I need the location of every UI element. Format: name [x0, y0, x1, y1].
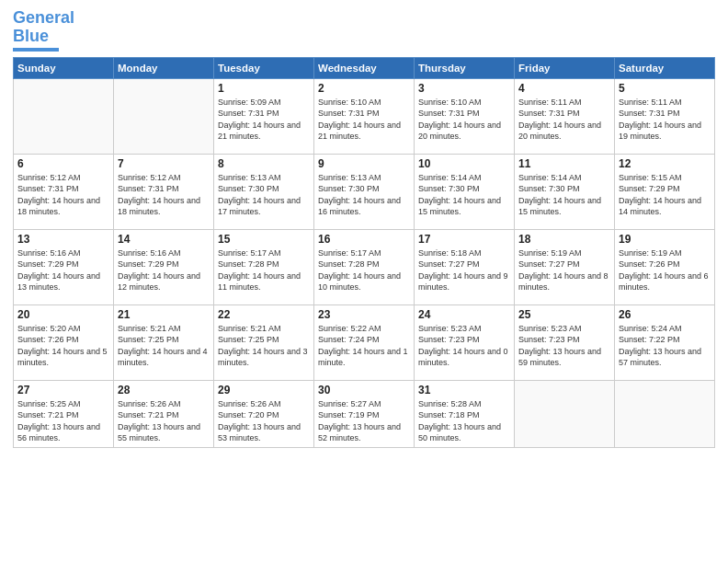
day-number: 2 [318, 82, 410, 95]
calendar-cell: 27Sunrise: 5:25 AM Sunset: 7:21 PM Dayli… [14, 380, 114, 447]
calendar-cell: 11Sunrise: 5:14 AM Sunset: 7:30 PM Dayli… [515, 154, 615, 229]
calendar-week-2: 6Sunrise: 5:12 AM Sunset: 7:31 PM Daylig… [14, 154, 715, 229]
day-number: 22 [218, 308, 310, 321]
day-number: 7 [118, 157, 210, 170]
cell-info: Sunrise: 5:10 AM Sunset: 7:31 PM Dayligh… [418, 97, 510, 143]
day-header-tuesday: Tuesday [214, 57, 314, 78]
cell-info: Sunrise: 5:11 AM Sunset: 7:31 PM Dayligh… [619, 97, 711, 143]
day-number: 31 [418, 384, 510, 396]
cell-info: Sunrise: 5:17 AM Sunset: 7:28 PM Dayligh… [318, 247, 410, 293]
day-number: 28 [118, 384, 210, 396]
calendar-cell: 30Sunrise: 5:27 AM Sunset: 7:19 PM Dayli… [314, 380, 415, 447]
calendar-cell: 18Sunrise: 5:19 AM Sunset: 7:27 PM Dayli… [515, 229, 615, 304]
cell-info: Sunrise: 5:15 AM Sunset: 7:29 PM Dayligh… [619, 172, 711, 218]
calendar-cell: 12Sunrise: 5:15 AM Sunset: 7:29 PM Dayli… [615, 154, 715, 229]
calendar-week-1: 1Sunrise: 5:09 AM Sunset: 7:31 PM Daylig… [14, 78, 715, 154]
calendar-cell: 15Sunrise: 5:17 AM Sunset: 7:28 PM Dayli… [214, 229, 314, 304]
day-number: 11 [518, 157, 610, 170]
calendar-cell: 25Sunrise: 5:23 AM Sunset: 7:23 PM Dayli… [515, 304, 615, 380]
day-number: 6 [17, 157, 109, 170]
cell-info: Sunrise: 5:27 AM Sunset: 7:19 PM Dayligh… [318, 398, 410, 444]
day-number: 20 [17, 308, 109, 321]
calendar-cell: 17Sunrise: 5:18 AM Sunset: 7:27 PM Dayli… [415, 229, 515, 304]
calendar-cell: 8Sunrise: 5:13 AM Sunset: 7:30 PM Daylig… [214, 154, 314, 229]
calendar-cell: 23Sunrise: 5:22 AM Sunset: 7:24 PM Dayli… [314, 304, 415, 380]
cell-info: Sunrise: 5:28 AM Sunset: 7:18 PM Dayligh… [418, 398, 510, 444]
day-number: 13 [17, 233, 109, 246]
calendar-cell: 20Sunrise: 5:20 AM Sunset: 7:26 PM Dayli… [14, 304, 114, 380]
calendar-cell: 10Sunrise: 5:14 AM Sunset: 7:30 PM Dayli… [415, 154, 515, 229]
cell-info: Sunrise: 5:24 AM Sunset: 7:22 PM Dayligh… [619, 323, 711, 369]
cell-info: Sunrise: 5:19 AM Sunset: 7:26 PM Dayligh… [619, 247, 711, 293]
day-header-monday: Monday [114, 57, 214, 78]
calendar-cell: 31Sunrise: 5:28 AM Sunset: 7:18 PM Dayli… [415, 380, 515, 447]
calendar-week-3: 13Sunrise: 5:16 AM Sunset: 7:29 PM Dayli… [14, 229, 715, 304]
day-header-friday: Friday [515, 57, 615, 78]
calendar-cell: 24Sunrise: 5:23 AM Sunset: 7:23 PM Dayli… [415, 304, 515, 380]
calendar-cell: 4Sunrise: 5:11 AM Sunset: 7:31 PM Daylig… [515, 78, 615, 154]
page: General Blue SundayMondayTuesdayWednesda… [0, 0, 728, 563]
day-header-wednesday: Wednesday [314, 57, 415, 78]
calendar-cell: 1Sunrise: 5:09 AM Sunset: 7:31 PM Daylig… [214, 78, 314, 154]
day-header-thursday: Thursday [415, 57, 515, 78]
cell-info: Sunrise: 5:22 AM Sunset: 7:24 PM Dayligh… [318, 323, 410, 369]
cell-info: Sunrise: 5:12 AM Sunset: 7:31 PM Dayligh… [118, 172, 210, 218]
day-number: 8 [218, 157, 310, 170]
cell-info: Sunrise: 5:26 AM Sunset: 7:21 PM Dayligh… [118, 398, 210, 444]
cell-info: Sunrise: 5:20 AM Sunset: 7:26 PM Dayligh… [17, 323, 109, 369]
day-number: 4 [518, 82, 610, 95]
cell-info: Sunrise: 5:09 AM Sunset: 7:31 PM Dayligh… [218, 97, 310, 143]
calendar-cell: 7Sunrise: 5:12 AM Sunset: 7:31 PM Daylig… [114, 154, 214, 229]
cell-info: Sunrise: 5:12 AM Sunset: 7:31 PM Dayligh… [17, 172, 109, 218]
cell-info: Sunrise: 5:21 AM Sunset: 7:25 PM Dayligh… [118, 323, 210, 369]
calendar-cell: 5Sunrise: 5:11 AM Sunset: 7:31 PM Daylig… [615, 78, 715, 154]
cell-info: Sunrise: 5:23 AM Sunset: 7:23 PM Dayligh… [518, 323, 610, 369]
cell-info: Sunrise: 5:16 AM Sunset: 7:29 PM Dayligh… [17, 247, 109, 293]
day-number: 9 [318, 157, 410, 170]
logo-bar [13, 48, 59, 52]
day-number: 30 [318, 384, 410, 396]
calendar-table: SundayMondayTuesdayWednesdayThursdayFrid… [13, 57, 715, 448]
day-number: 23 [318, 308, 410, 321]
calendar-week-4: 20Sunrise: 5:20 AM Sunset: 7:26 PM Dayli… [14, 304, 715, 380]
cell-info: Sunrise: 5:25 AM Sunset: 7:21 PM Dayligh… [17, 398, 109, 444]
day-number: 26 [619, 308, 711, 321]
logo-blue: Blue [13, 27, 49, 45]
calendar-cell: 16Sunrise: 5:17 AM Sunset: 7:28 PM Dayli… [314, 229, 415, 304]
day-number: 5 [619, 82, 711, 95]
calendar-cell [14, 78, 114, 154]
cell-info: Sunrise: 5:13 AM Sunset: 7:30 PM Dayligh… [218, 172, 310, 218]
day-number: 21 [118, 308, 210, 321]
cell-info: Sunrise: 5:16 AM Sunset: 7:29 PM Dayligh… [118, 247, 210, 293]
cell-info: Sunrise: 5:21 AM Sunset: 7:25 PM Dayligh… [218, 323, 310, 369]
cell-info: Sunrise: 5:17 AM Sunset: 7:28 PM Dayligh… [218, 247, 310, 293]
calendar-cell: 22Sunrise: 5:21 AM Sunset: 7:25 PM Dayli… [214, 304, 314, 380]
calendar-cell: 2Sunrise: 5:10 AM Sunset: 7:31 PM Daylig… [314, 78, 415, 154]
cell-info: Sunrise: 5:23 AM Sunset: 7:23 PM Dayligh… [418, 323, 510, 369]
day-header-saturday: Saturday [615, 57, 715, 78]
calendar-header-row: SundayMondayTuesdayWednesdayThursdayFrid… [14, 57, 715, 78]
day-number: 18 [518, 233, 610, 246]
logo-general: General [13, 8, 74, 27]
calendar-cell: 13Sunrise: 5:16 AM Sunset: 7:29 PM Dayli… [14, 229, 114, 304]
cell-info: Sunrise: 5:18 AM Sunset: 7:27 PM Dayligh… [418, 247, 510, 293]
cell-info: Sunrise: 5:10 AM Sunset: 7:31 PM Dayligh… [318, 97, 410, 143]
calendar-cell [615, 380, 715, 447]
calendar-week-5: 27Sunrise: 5:25 AM Sunset: 7:21 PM Dayli… [14, 380, 715, 447]
logo: General Blue [13, 9, 74, 52]
day-number: 27 [17, 384, 109, 396]
calendar-cell: 14Sunrise: 5:16 AM Sunset: 7:29 PM Dayli… [114, 229, 214, 304]
day-number: 24 [418, 308, 510, 321]
day-number: 17 [418, 233, 510, 246]
day-number: 16 [318, 233, 410, 246]
calendar-cell: 9Sunrise: 5:13 AM Sunset: 7:30 PM Daylig… [314, 154, 415, 229]
day-number: 12 [619, 157, 711, 170]
day-number: 1 [218, 82, 310, 95]
cell-info: Sunrise: 5:13 AM Sunset: 7:30 PM Dayligh… [318, 172, 410, 218]
day-number: 10 [418, 157, 510, 170]
day-number: 19 [619, 233, 711, 246]
cell-info: Sunrise: 5:26 AM Sunset: 7:20 PM Dayligh… [218, 398, 310, 444]
calendar-cell: 19Sunrise: 5:19 AM Sunset: 7:26 PM Dayli… [615, 229, 715, 304]
day-number: 15 [218, 233, 310, 246]
cell-info: Sunrise: 5:14 AM Sunset: 7:30 PM Dayligh… [518, 172, 610, 218]
